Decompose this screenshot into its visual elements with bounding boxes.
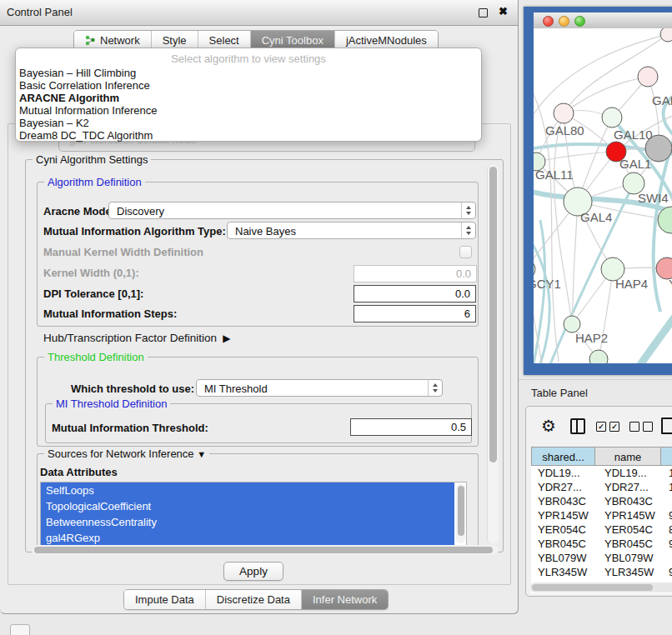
algorithm-item[interactable]: Dream8 DC_TDC Algorithm — [16, 129, 481, 142]
mi-type-combo[interactable]: Naive Bayes — [227, 222, 476, 239]
node-label: HAP2 — [575, 331, 608, 345]
algorithm-item[interactable]: ARACNE Algorithm — [16, 92, 481, 104]
table-row[interactable]: YBR043CYBR043C — [531, 494, 672, 508]
checked-checkbox-icon[interactable]: ✓ — [596, 422, 606, 432]
minimize-traffic-light-icon[interactable] — [559, 16, 569, 27]
column-header[interactable] — [660, 447, 672, 466]
table-row[interactable]: YBR045CYBR045C9. — [531, 537, 672, 551]
algorithm-list: Bayesian – Hill ClimbingBasic Correlatio… — [16, 67, 481, 142]
node-label: GAL11 — [535, 168, 574, 182]
column-header-name[interactable]: name — [594, 447, 660, 466]
unchecked-checkbox-icon[interactable] — [629, 422, 639, 432]
table-row[interactable]: YLR345WYLR345W9. — [531, 565, 672, 579]
table-row[interactable]: YPR145WYPR145W9. — [531, 508, 672, 522]
algorithm-item[interactable]: Bayesian – Hill Climbing — [16, 67, 481, 79]
algorithm-item[interactable]: Bayesian – K2 — [16, 117, 481, 129]
node-label: GAL80 — [545, 123, 584, 138]
document-icon[interactable] — [661, 418, 672, 434]
columns-icon[interactable] — [570, 418, 585, 434]
dpi-tolerance-input[interactable]: 0.0 — [354, 285, 476, 302]
table-row[interactable]: YDL19...YDL19...13 — [531, 466, 672, 480]
algorithm-dropdown-popup: Select algorithm to view settings Bayesi… — [15, 48, 482, 142]
algorithm-item[interactable]: Mutual Information Inference — [16, 104, 481, 117]
network-icon — [85, 35, 96, 46]
table-cell: YBR045C — [594, 537, 660, 551]
table-cell: YBL079W — [531, 551, 594, 565]
node-label: HAP4 — [615, 277, 648, 291]
attributes-scrollbar[interactable] — [456, 484, 465, 543]
aracne-mode-combo[interactable]: Discovery — [108, 202, 476, 219]
settings-vertical-scrollbar[interactable] — [487, 164, 499, 544]
settings-horizontal-scrollbar[interactable] — [32, 545, 499, 555]
network-node[interactable] — [660, 28, 672, 42]
table-cell: YBR043C — [594, 494, 660, 508]
table-cell: 9. — [660, 508, 672, 522]
close-traffic-light-icon[interactable] — [543, 16, 554, 27]
mi-threshold-input[interactable]: 0.5 — [350, 418, 472, 436]
network-node-gal10[interactable] — [602, 108, 622, 128]
gear-icon[interactable]: ⚙ — [541, 417, 556, 435]
tab-impute-data[interactable]: Impute Data — [124, 590, 206, 609]
table-row[interactable]: YER054CYER054C8. — [531, 522, 672, 537]
zoom-traffic-light-icon[interactable] — [574, 16, 585, 27]
network-node-hap2[interactable] — [564, 316, 580, 332]
stepper-arrows-icon — [428, 380, 442, 396]
aracne-mode-label: Aracne Mode: — [43, 205, 115, 218]
apply-button[interactable]: Apply — [223, 562, 283, 581]
attribute-item[interactable]: gal4RGexp — [41, 530, 454, 546]
stepper-arrows-icon — [461, 202, 475, 218]
mi-type-label: Mutual Information Algorithm Type: — [43, 225, 226, 238]
algorithm-item[interactable]: Basic Correlation Inference — [16, 79, 481, 92]
column-header-shared-name[interactable]: shared... — [531, 447, 594, 466]
close-icon[interactable]: ✖ — [499, 5, 508, 18]
attribute-item[interactable]: BetweennessCentrality — [41, 514, 454, 530]
expand-right-icon: ▶ — [220, 332, 231, 344]
desktop: Control Panel ✖ Network Style Select Cyn… — [0, 0, 672, 635]
table-cell: 8. — [660, 522, 672, 537]
node-label: SWI4 — [638, 191, 669, 205]
table-cell: YBR045C — [531, 537, 594, 551]
checked-checkbox-icon[interactable]: ✓ — [609, 422, 619, 432]
hub-definition-expander[interactable]: Hub/Transcription Factor Definition ▶ — [43, 332, 230, 344]
network-node-gal80[interactable] — [554, 103, 574, 123]
attribute-item[interactable]: TopologicalCoefficient — [41, 498, 454, 514]
which-threshold-label: Which threshold to use: — [71, 382, 194, 395]
float-window-icon[interactable] — [479, 8, 488, 18]
table-horizontal-scrollbar[interactable] — [530, 582, 672, 592]
table-cell: YLR345W — [531, 565, 594, 579]
table-cell — [660, 494, 672, 508]
stepper-arrows-icon — [461, 222, 475, 238]
network-node[interactable] — [658, 207, 672, 233]
manual-kernel-label: Manual Kernel Width Definition — [43, 246, 203, 258]
unchecked-checkbox-icon[interactable] — [643, 422, 653, 432]
table-panel-window: ⚙ ✓ ✓ shared... name YDL19...YDL19...13Y… — [525, 406, 672, 597]
network-node-gal[interactable] — [638, 67, 658, 87]
kernel-width-input[interactable]: 0.0 — [354, 265, 477, 282]
table-panel-title: Table Panel — [531, 387, 588, 399]
table-cell: YBR043C — [531, 494, 594, 508]
table-cell: 9. — [660, 537, 672, 551]
kernel-width-label: Kernel Width (0,1): — [43, 267, 139, 279]
node-label: GAL4 — [580, 210, 612, 224]
node-label: GAL10 — [614, 128, 653, 142]
table-cell: YER054C — [594, 522, 660, 537]
table-row[interactable]: YBL079WYBL079W — [531, 551, 672, 565]
control-panel-titlebar[interactable]: Control Panel ✖ — [0, 0, 518, 26]
table-cell: YDL19... — [594, 466, 660, 480]
node-label: Y — [669, 277, 672, 291]
table-cell: 13 — [660, 466, 672, 480]
network-window-titlebar[interactable] — [534, 12, 672, 29]
table-row[interactable]: YDR27...YDR27...12 — [531, 480, 672, 494]
manual-kernel-checkbox[interactable] — [459, 246, 472, 258]
which-threshold-combo[interactable]: MI Threshold — [196, 379, 443, 397]
mi-steps-input[interactable]: 6 — [354, 305, 476, 322]
network-canvas[interactable]: GALGAL80GAL10GAL1GAL11SWI4GAL4GCY1HAP4YH… — [534, 28, 672, 363]
tab-discretize-data[interactable]: Discretize Data — [206, 590, 302, 609]
attribute-item[interactable]: SelfLoops — [41, 482, 454, 498]
tab-infer-network[interactable]: Infer Network — [302, 590, 388, 609]
mi-steps-label: Mutual Information Steps: — [43, 308, 177, 320]
table-body: YDL19...YDL19...13YDR27...YDR27...12YBR0… — [531, 466, 672, 593]
network-edge — [599, 269, 613, 359]
node-label: GAL1 — [619, 157, 651, 171]
minimized-panel-icon[interactable] — [10, 624, 30, 635]
